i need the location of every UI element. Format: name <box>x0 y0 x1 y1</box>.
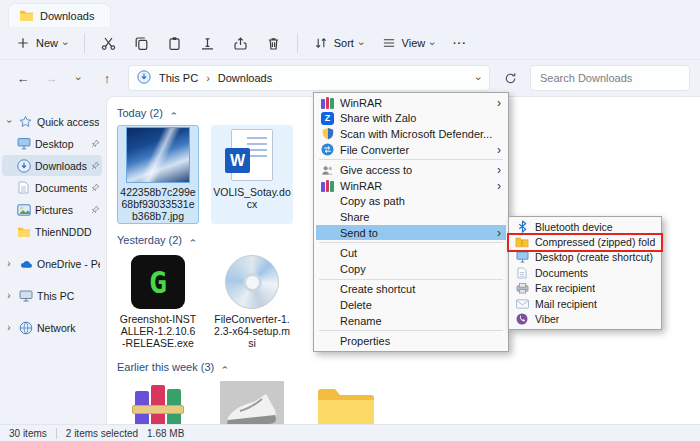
search-input[interactable] <box>540 72 680 84</box>
send-to-item-bluetooth[interactable]: Bluetooth device <box>511 219 659 234</box>
paste-button[interactable] <box>159 31 190 56</box>
context-menu-item-copy[interactable]: Copy <box>316 261 506 277</box>
rename-button[interactable] <box>192 31 223 56</box>
chevron-right-icon: › <box>206 72 210 84</box>
breadcrumb-this-pc[interactable]: This PC <box>156 72 201 84</box>
sidebar-gap <box>0 307 106 316</box>
send-to-item-viber[interactable]: Viber <box>511 311 659 326</box>
downloads-location-icon <box>137 70 151 86</box>
context-menu-item-file-converter[interactable]: File Converter › <box>316 142 506 158</box>
share-button[interactable] <box>225 31 256 56</box>
delete-button[interactable] <box>258 31 289 56</box>
address-box[interactable]: This PC › Downloads › <box>128 65 490 91</box>
folder-icon <box>16 224 31 239</box>
explorer-tab[interactable]: Downloads <box>8 3 111 27</box>
up-button[interactable]: ↑ <box>94 66 120 90</box>
menu-item-label: Give access to <box>340 164 493 176</box>
menu-item-label: WinRAR <box>340 97 493 109</box>
context-menu-item-scan-with-defender[interactable]: Scan with Microsoft Defender... <box>316 126 506 142</box>
sort-button-label: Sort <box>334 37 354 49</box>
file-item-folder[interactable] <box>305 379 387 424</box>
breadcrumb-downloads[interactable]: Downloads <box>215 72 275 84</box>
send-to-item-fax-recipient[interactable]: Fax recipient <box>511 281 659 296</box>
file-group-earlier <box>117 377 700 424</box>
context-menu-item-create-shortcut[interactable]: Create shortcut <box>316 282 506 298</box>
cut-icon <box>101 36 116 51</box>
refresh-button[interactable] <box>498 66 522 90</box>
title-bar: Downloads <box>0 0 700 27</box>
sort-button[interactable]: Sort › <box>306 31 372 55</box>
file-item-fileconverter-msi[interactable]: FileConverter-1.2.3-x64-setup.msi <box>211 252 293 351</box>
share-icon <box>233 36 248 51</box>
send-to-item-compressed-folder[interactable]: Compressed (zipped) folder <box>511 234 659 249</box>
search-box[interactable] <box>530 65 690 91</box>
menu-item-label: File Converter <box>340 144 493 156</box>
file-item-jpg[interactable]: 422358b7c299e68bf93033531eb368b7.jpg <box>117 125 199 224</box>
send-to-item-documents[interactable]: Documents <box>511 265 659 280</box>
zip-folder-icon <box>514 236 530 249</box>
copy-icon <box>134 36 149 51</box>
see-more-button[interactable]: ··· <box>445 32 475 54</box>
menu-item-label: Send to <box>340 227 493 239</box>
context-menu-item-delete[interactable]: Delete <box>316 297 506 313</box>
menu-separator <box>319 330 503 331</box>
context-menu-item-copy-as-path[interactable]: Copy as path <box>316 194 506 210</box>
quick-access-icon <box>18 114 33 129</box>
word-document-icon: W <box>220 127 284 183</box>
sidebar-item-documents[interactable]: Documents <box>2 177 102 198</box>
context-menu: WinRAR › Z Share with Zalo Scan with Mic… <box>313 92 509 352</box>
context-menu-item-share[interactable]: Share <box>316 209 506 225</box>
shoe-thumbnail <box>220 381 284 424</box>
sidebar-gap <box>0 243 106 252</box>
sidebar-item-quick-access[interactable]: › Quick access <box>2 111 102 132</box>
address-bar: ← → › ↑ This PC › Downloads › <box>0 60 700 96</box>
documents-icon <box>514 266 530 279</box>
toolbar-separator <box>297 33 298 53</box>
sidebar-item-pictures[interactable]: Pictures <box>2 199 102 220</box>
back-button[interactable]: ← <box>10 66 36 90</box>
greenshot-icon: G <box>126 254 190 310</box>
forward-button[interactable]: → <box>38 66 64 90</box>
chevron-right-icon[interactable]: › <box>4 258 14 269</box>
sidebar-item-onedrive[interactable]: › OneDrive - Personal <box>2 253 102 274</box>
group-header-earlier-this-week[interactable]: Earlier this week (3) › <box>117 357 700 377</box>
sidebar-item-this-pc[interactable]: › This PC <box>2 285 102 306</box>
context-menu-item-give-access-to[interactable]: Give access to › <box>316 162 506 178</box>
chevron-right-icon[interactable]: › <box>4 290 14 301</box>
context-menu-item-share-with-zalo[interactable]: Z Share with Zalo <box>316 111 506 127</box>
cut-button[interactable] <box>93 31 124 56</box>
winrar-icon <box>319 97 336 109</box>
address-dropdown-icon[interactable]: › <box>474 76 485 80</box>
new-button[interactable]: New › <box>8 31 76 55</box>
submenu-arrow-icon: › <box>497 164 501 176</box>
sidebar-item-label: Desktop <box>35 138 74 150</box>
file-item-winrar[interactable] <box>117 379 199 424</box>
this-pc-icon <box>18 288 33 303</box>
send-to-item-desktop-shortcut[interactable]: Desktop (create shortcut) <box>511 250 659 265</box>
context-menu-item-rename[interactable]: Rename <box>316 313 506 329</box>
context-menu-item-winrar-2[interactable]: WinRAR › <box>316 178 506 194</box>
menu-item-label: Create shortcut <box>340 283 501 295</box>
chevron-down-icon[interactable]: › <box>4 117 15 127</box>
copy-button[interactable] <box>126 31 157 56</box>
menu-item-label: Mail recipient <box>535 298 597 310</box>
sidebar-item-network[interactable]: › Network <box>2 317 102 338</box>
sidebar-item-desktop[interactable]: Desktop <box>2 133 102 154</box>
view-button[interactable]: View › <box>374 31 443 55</box>
context-menu-item-cut[interactable]: Cut <box>316 245 506 261</box>
file-item-docx[interactable]: W VOLIS_Sotay.docx <box>211 125 293 224</box>
file-item-greenshot-exe[interactable]: G Greenshot-INSTALLER-1.2.10.6-RELEASE.e… <box>117 252 199 351</box>
sidebar-item-user-folder[interactable]: ThienNDDD <box>2 221 102 242</box>
recent-locations-button[interactable]: › <box>66 66 92 90</box>
context-menu-item-winrar[interactable]: WinRAR › <box>316 95 506 111</box>
chevron-right-icon[interactable]: › <box>4 322 14 333</box>
winrar-icon <box>319 180 336 192</box>
sidebar-item-downloads[interactable]: Downloads <box>2 155 102 176</box>
context-menu-item-properties[interactable]: Properties <box>316 333 506 349</box>
send-to-item-mail-recipient[interactable]: Mail recipient <box>511 296 659 311</box>
file-item-shoe-image[interactable] <box>211 379 293 424</box>
context-menu-item-send-to[interactable]: Send to › <box>316 225 506 241</box>
downloads-icon <box>16 158 31 173</box>
zalo-icon: Z <box>319 111 336 125</box>
selection-count: 2 items selected <box>66 428 138 439</box>
